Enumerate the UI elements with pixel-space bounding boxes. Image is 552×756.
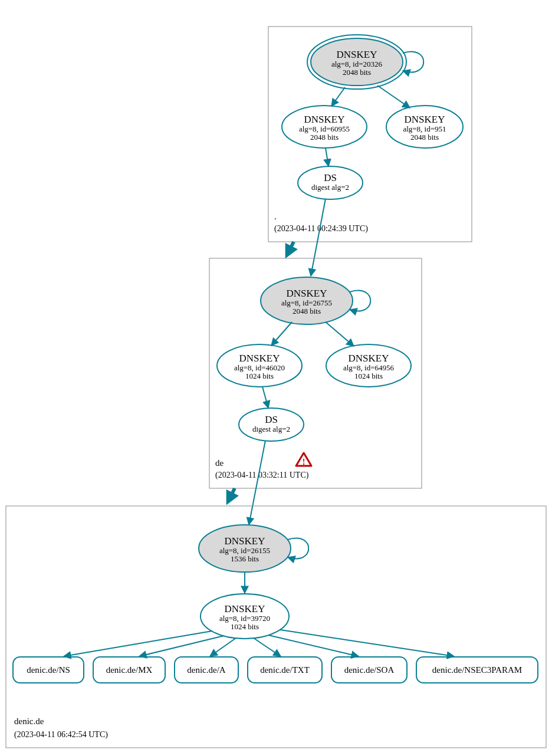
zone-root: . (2023-04-11 00:24:39 UTC) DNSKEY alg=8… [268,27,472,242]
svg-text:alg=8, id=951: alg=8, id=951 [403,124,446,133]
record-boxes: denic.de/NS denic.de/MX denic.de/A denic… [13,657,538,683]
edge-root-ksk-zsk2 [377,86,410,108]
edge-de-ksk-zsk2 [326,322,354,346]
edge-zsk-txt [254,638,281,656]
zone-de-timestamp: (2023-04-11 03:32:11 UTC) [215,471,309,480]
zone-denic: denic.de (2023-04-11 06:42:54 UTC) DNSKE… [6,506,546,748]
svg-text:alg=8, id=64956: alg=8, id=64956 [343,363,395,372]
svg-text:alg=8, id=20326: alg=8, id=20326 [331,60,383,68]
svg-text:DNSKEY: DNSKEY [304,114,345,125]
edge-root-ds-to-de-ksk [311,199,326,276]
zone-denic-timestamp: (2023-04-11 06:42:54 UTC) [14,730,108,739]
svg-text:DNSKEY: DNSKEY [287,288,327,299]
warning-icon[interactable]: ! [296,453,311,466]
edge-zsk-a [210,638,236,656]
edge-de-zsk1-ds [262,387,268,408]
svg-text:2048 bits: 2048 bits [410,133,439,142]
edge-root-to-de [288,242,294,254]
node-root-zsk2[interactable]: DNSKEY alg=8, id=951 2048 bits [386,106,463,148]
svg-text:alg=8, id=26155: alg=8, id=26155 [219,546,270,555]
edge-zsk-mx [139,636,224,656]
edge-de-ksk-zsk1 [271,322,292,346]
svg-text:2048 bits: 2048 bits [293,307,321,315]
node-root-ds[interactable]: DS digest alg=2 [298,166,363,199]
svg-text:DNSKEY: DNSKEY [239,353,280,364]
node-root-zsk1[interactable]: DNSKEY alg=8, id=60955 2048 bits [282,106,367,148]
svg-text:1024 bits: 1024 bits [354,372,383,380]
svg-text:DNSKEY: DNSKEY [337,49,377,60]
svg-text:digest alg=2: digest alg=2 [252,425,290,433]
svg-text:DNSKEY: DNSKEY [349,353,389,364]
svg-text:alg=8, id=60955: alg=8, id=60955 [299,124,350,133]
svg-text:DNSKEY: DNSKEY [225,535,265,547]
edge-root-ksk-zsk1 [331,87,345,106]
svg-text:denic.de/SOA: denic.de/SOA [344,665,395,675]
record-nsec3param[interactable]: denic.de/NSEC3PARAM [416,657,538,683]
svg-text:denic.de/TXT: denic.de/TXT [260,665,310,675]
record-soa[interactable]: denic.de/SOA [331,657,407,683]
svg-text:denic.de/NS: denic.de/NS [27,665,70,675]
record-ns[interactable]: denic.de/NS [13,657,84,683]
edge-root-zsk1-ds [326,148,328,166]
svg-text:DS: DS [265,414,278,425]
svg-text:DS: DS [324,172,337,183]
svg-text:DNSKEY: DNSKEY [405,114,445,125]
node-denic-zsk[interactable]: DNSKEY alg=8, id=39720 1024 bits [201,594,289,639]
zone-de: de (2023-04-11 03:32:11 UTC) ! DNSKEY al… [209,258,422,488]
node-denic-ksk[interactable]: DNSKEY alg=8, id=26155 1536 bits [199,525,291,572]
svg-text:1024 bits: 1024 bits [231,622,259,631]
svg-text:alg=8, id=26755: alg=8, id=26755 [281,298,332,307]
svg-text:denic.de/MX: denic.de/MX [106,665,153,675]
svg-text:2048 bits: 2048 bits [343,68,371,77]
svg-text:alg=8, id=46020: alg=8, id=46020 [234,363,285,372]
svg-text:DNSKEY: DNSKEY [225,603,265,614]
zone-denic-label: denic.de [14,716,44,726]
svg-text:1536 bits: 1536 bits [231,554,259,563]
node-de-zsk2[interactable]: DNSKEY alg=8, id=64956 1024 bits [326,344,411,387]
zone-root-timestamp: (2023-04-11 00:24:39 UTC) [274,224,368,234]
zone-root-label: . [274,212,277,221]
zone-de-label: de [215,458,224,468]
svg-text:denic.de/A: denic.de/A [187,665,226,675]
svg-text:alg=8, id=39720: alg=8, id=39720 [219,614,270,623]
node-de-zsk1[interactable]: DNSKEY alg=8, id=46020 1024 bits [217,344,302,387]
svg-text:1024 bits: 1024 bits [245,372,274,380]
edge-de-ds-to-denic-ksk [249,441,265,525]
svg-text:digest alg=2: digest alg=2 [311,183,349,192]
record-mx[interactable]: denic.de/MX [93,657,165,683]
edge-zsk-soa [268,635,359,656]
record-a[interactable]: denic.de/A [175,657,238,683]
edge-zsk-nsec3 [280,630,454,656]
svg-text:2048 bits: 2048 bits [310,133,339,142]
edge-de-to-denic [229,488,235,500]
svg-text:denic.de/NSEC3PARAM: denic.de/NSEC3PARAM [432,665,522,675]
node-de-ksk[interactable]: DNSKEY alg=8, id=26755 2048 bits [261,277,353,324]
record-txt[interactable]: denic.de/TXT [248,657,322,683]
node-root-ksk[interactable]: DNSKEY alg=8, id=20326 2048 bits [307,35,406,89]
svg-text:!: ! [303,458,305,466]
node-de-ds[interactable]: DS digest alg=2 [239,408,304,441]
